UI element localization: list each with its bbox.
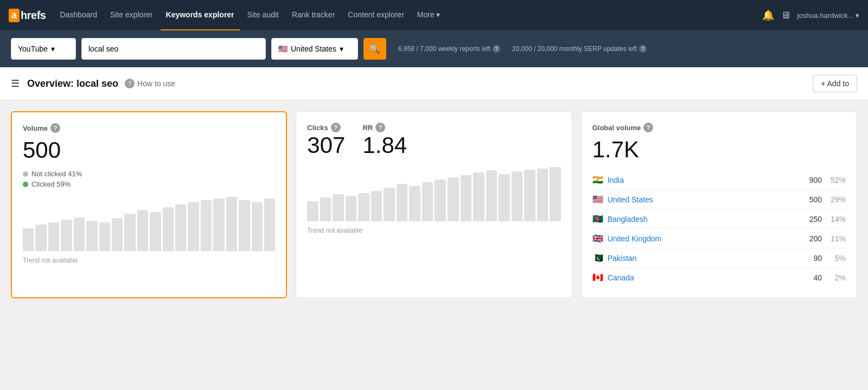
bar: [99, 222, 110, 251]
bar: [346, 196, 357, 222]
country-volume: 500: [800, 195, 822, 204]
bar: [112, 218, 123, 251]
bar: [333, 194, 344, 221]
menu-icon[interactable]: ☰: [11, 78, 20, 89]
flag-icon: 🇺🇸: [592, 194, 603, 204]
bar: [307, 201, 318, 222]
help-circle-icon: ?: [125, 79, 135, 88]
clicks-rr-card: Clicks ? 307 RR ? 1.84 Trend not availab…: [296, 111, 572, 298]
flag-icon: 🇨🇦: [592, 272, 603, 283]
bar: [35, 225, 46, 251]
bar: [124, 214, 135, 251]
top-navigation: a hrefs Dashboard Site explorer Keywords…: [0, 0, 868, 30]
country-name[interactable]: United States: [608, 195, 796, 204]
global-volume-card: Global volume ? 1.7K 🇮🇳 India 900 52% 🇺🇸…: [581, 111, 857, 298]
bar: [188, 202, 199, 251]
country-percent: 14%: [826, 215, 846, 223]
nav-keywords-explorer[interactable]: Keywords explorer: [161, 0, 240, 30]
volume-card: Volume ? 500 Not clicked 41% Clicked 59%…: [11, 111, 287, 298]
how-to-use-link[interactable]: ? How to use: [125, 79, 175, 88]
add-to-button[interactable]: + Add to: [813, 75, 857, 92]
nav-rank-tracker[interactable]: Rank tracker: [286, 0, 340, 30]
logo-a: a: [9, 9, 20, 22]
monitor-icon[interactable]: 🖥: [781, 10, 790, 21]
rr-help-icon[interactable]: ?: [375, 123, 385, 132]
rr-value: 1.84: [362, 132, 407, 158]
bar: [371, 191, 382, 221]
user-menu[interactable]: joshua.hardwick... ▾: [797, 11, 859, 20]
flag-icon: 🇬🇧: [592, 233, 603, 244]
country-row: 🇨🇦 Canada 40 2%: [592, 268, 846, 287]
country-dropdown[interactable]: 🇺🇸 United States ▾: [271, 38, 358, 60]
volume-label: Volume ?: [23, 123, 275, 133]
bar: [448, 177, 459, 221]
keyword-input[interactable]: [81, 38, 266, 60]
nav-more[interactable]: More ▾: [412, 0, 445, 30]
country-name[interactable]: United Kingdom: [608, 234, 796, 243]
flag-icon: 🇮🇳: [592, 175, 603, 185]
nav-dashboard[interactable]: Dashboard: [54, 0, 103, 30]
bar: [409, 186, 420, 221]
nav-site-explorer[interactable]: Site explorer: [105, 0, 158, 30]
clicked-dot: [23, 182, 28, 187]
bar: [473, 172, 484, 221]
monthly-quota: 20,000 / 20,000 monthly SERP updates lef…: [512, 45, 647, 53]
rr-metric: RR ? 1.84: [362, 123, 407, 158]
not-clicked-legend: Not clicked 41%: [23, 170, 275, 178]
search-button[interactable]: 🔍: [363, 38, 386, 60]
country-chevron-icon: ▾: [340, 44, 343, 53]
bar: [435, 180, 446, 222]
country-percent: 52%: [826, 176, 846, 184]
bar: [163, 207, 174, 251]
source-chevron-icon: ▾: [51, 44, 55, 53]
country-percent: 2%: [826, 273, 846, 282]
bar: [48, 222, 59, 251]
clicks-value: 307: [307, 132, 345, 158]
nav-site-audit[interactable]: Site audit: [242, 0, 284, 30]
bell-icon[interactable]: 🔔: [762, 9, 774, 21]
monthly-quota-help-icon[interactable]: ?: [639, 45, 647, 53]
volume-help-icon[interactable]: ?: [50, 123, 60, 133]
bar: [86, 221, 97, 251]
bar: [550, 167, 561, 221]
global-help-icon[interactable]: ?: [643, 123, 653, 132]
flag-icon: 🇵🇰: [592, 253, 603, 263]
country-flag-icon: 🇺🇸: [278, 44, 288, 53]
source-dropdown[interactable]: YouTube ▾: [11, 38, 76, 60]
bar: [486, 170, 497, 221]
logo[interactable]: a hrefs: [9, 9, 46, 22]
country-row: 🇬🇧 United Kingdom 200 11%: [592, 229, 846, 248]
country-name[interactable]: Pakistan: [608, 254, 796, 263]
bar: [264, 199, 275, 251]
volume-trend-label: Trend not available: [23, 257, 275, 264]
country-name[interactable]: Bangladesh: [608, 215, 796, 223]
bar: [61, 220, 72, 251]
clicks-metric: Clicks ? 307: [307, 123, 345, 158]
weekly-quota: 6,958 / 7,000 weekly reports left ?: [398, 45, 500, 53]
search-icon: 🔍: [369, 44, 380, 54]
global-volume-label: Global volume ?: [592, 123, 846, 132]
country-row: 🇧🇩 Bangladesh 250 14%: [592, 209, 846, 229]
nav-content-explorer[interactable]: Content explorer: [342, 0, 410, 30]
bar: [150, 212, 161, 251]
country-name[interactable]: Canada: [608, 273, 796, 282]
main-content: Volume ? 500 Not clicked 41% Clicked 59%…: [0, 100, 868, 309]
search-bar: YouTube ▾ 🇺🇸 United States ▾ 🔍 6,958 / 7…: [0, 30, 868, 67]
country-name[interactable]: India: [608, 176, 796, 184]
clicked-legend: Clicked 59%: [23, 180, 275, 188]
logo-text: hrefs: [21, 9, 46, 22]
bar: [74, 218, 85, 252]
bar: [252, 202, 263, 251]
country-row: 🇮🇳 India 900 52%: [592, 170, 846, 190]
bar: [213, 199, 224, 251]
bar: [422, 182, 433, 222]
volume-value: 500: [23, 137, 275, 163]
weekly-quota-help-icon[interactable]: ?: [493, 45, 500, 53]
clicks-chart: [307, 167, 560, 221]
country-percent: 5%: [826, 254, 846, 263]
bar: [512, 171, 523, 222]
clicks-help-icon[interactable]: ?: [331, 123, 341, 132]
country-percent: 29%: [826, 195, 846, 204]
bar: [397, 184, 408, 221]
bar: [320, 197, 331, 221]
